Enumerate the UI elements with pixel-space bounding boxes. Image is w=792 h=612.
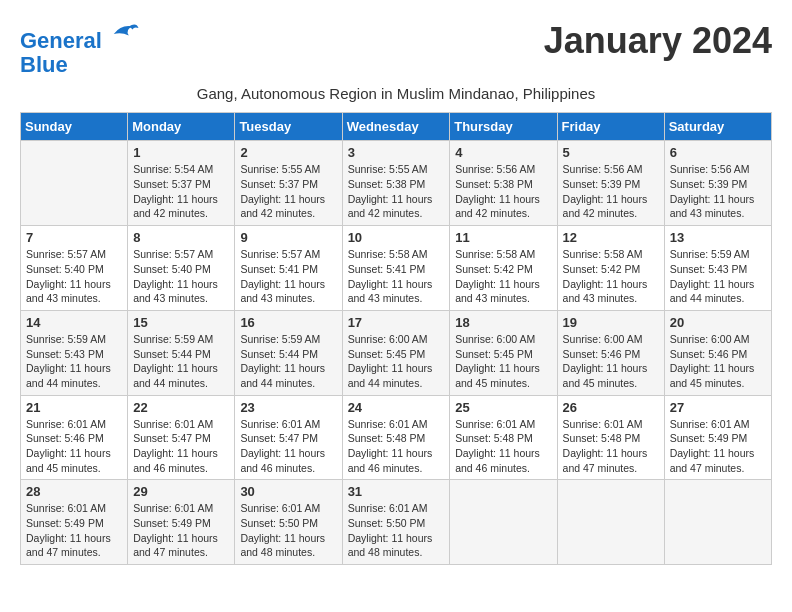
day-number: 8 <box>133 230 229 245</box>
header-row: SundayMondayTuesdayWednesdayThursdayFrid… <box>21 113 772 141</box>
calendar-cell <box>557 480 664 565</box>
day-info: Sunrise: 5:59 AMSunset: 5:44 PMDaylight:… <box>133 332 229 391</box>
day-info: Sunrise: 5:58 AMSunset: 5:42 PMDaylight:… <box>455 247 551 306</box>
day-number: 18 <box>455 315 551 330</box>
calendar-cell: 19Sunrise: 6:00 AMSunset: 5:46 PMDayligh… <box>557 310 664 395</box>
day-info: Sunrise: 5:58 AMSunset: 5:42 PMDaylight:… <box>563 247 659 306</box>
day-info: Sunrise: 6:00 AMSunset: 5:45 PMDaylight:… <box>455 332 551 391</box>
day-number: 7 <box>26 230 122 245</box>
day-header-monday: Monday <box>128 113 235 141</box>
day-number: 28 <box>26 484 122 499</box>
calendar-cell: 3Sunrise: 5:55 AMSunset: 5:38 PMDaylight… <box>342 141 450 226</box>
calendar-cell: 29Sunrise: 6:01 AMSunset: 5:49 PMDayligh… <box>128 480 235 565</box>
calendar-cell: 7Sunrise: 5:57 AMSunset: 5:40 PMDaylight… <box>21 226 128 311</box>
day-number: 17 <box>348 315 445 330</box>
logo-general: General <box>20 28 102 53</box>
day-info: Sunrise: 6:01 AMSunset: 5:47 PMDaylight:… <box>133 417 229 476</box>
calendar-cell: 25Sunrise: 6:01 AMSunset: 5:48 PMDayligh… <box>450 395 557 480</box>
day-info: Sunrise: 5:55 AMSunset: 5:37 PMDaylight:… <box>240 162 336 221</box>
calendar-cell: 28Sunrise: 6:01 AMSunset: 5:49 PMDayligh… <box>21 480 128 565</box>
day-header-wednesday: Wednesday <box>342 113 450 141</box>
logo-blue: Blue <box>20 52 68 77</box>
calendar-cell: 26Sunrise: 6:01 AMSunset: 5:48 PMDayligh… <box>557 395 664 480</box>
calendar-cell: 18Sunrise: 6:00 AMSunset: 5:45 PMDayligh… <box>450 310 557 395</box>
day-number: 22 <box>133 400 229 415</box>
day-info: Sunrise: 6:00 AMSunset: 5:45 PMDaylight:… <box>348 332 445 391</box>
calendar-cell: 12Sunrise: 5:58 AMSunset: 5:42 PMDayligh… <box>557 226 664 311</box>
day-info: Sunrise: 6:01 AMSunset: 5:50 PMDaylight:… <box>348 501 445 560</box>
calendar-cell: 5Sunrise: 5:56 AMSunset: 5:39 PMDaylight… <box>557 141 664 226</box>
day-header-thursday: Thursday <box>450 113 557 141</box>
calendar-week-4: 21Sunrise: 6:01 AMSunset: 5:46 PMDayligh… <box>21 395 772 480</box>
calendar-cell: 14Sunrise: 5:59 AMSunset: 5:43 PMDayligh… <box>21 310 128 395</box>
day-number: 19 <box>563 315 659 330</box>
calendar-cell: 4Sunrise: 5:56 AMSunset: 5:38 PMDaylight… <box>450 141 557 226</box>
day-info: Sunrise: 6:01 AMSunset: 5:49 PMDaylight:… <box>133 501 229 560</box>
day-info: Sunrise: 5:56 AMSunset: 5:39 PMDaylight:… <box>563 162 659 221</box>
calendar-cell: 8Sunrise: 5:57 AMSunset: 5:40 PMDaylight… <box>128 226 235 311</box>
day-number: 21 <box>26 400 122 415</box>
day-info: Sunrise: 5:56 AMSunset: 5:39 PMDaylight:… <box>670 162 766 221</box>
calendar-cell: 2Sunrise: 5:55 AMSunset: 5:37 PMDaylight… <box>235 141 342 226</box>
day-number: 31 <box>348 484 445 499</box>
calendar-cell: 9Sunrise: 5:57 AMSunset: 5:41 PMDaylight… <box>235 226 342 311</box>
day-info: Sunrise: 5:56 AMSunset: 5:38 PMDaylight:… <box>455 162 551 221</box>
day-number: 5 <box>563 145 659 160</box>
day-info: Sunrise: 5:57 AMSunset: 5:41 PMDaylight:… <box>240 247 336 306</box>
calendar-cell: 23Sunrise: 6:01 AMSunset: 5:47 PMDayligh… <box>235 395 342 480</box>
calendar-cell: 1Sunrise: 5:54 AMSunset: 5:37 PMDaylight… <box>128 141 235 226</box>
day-info: Sunrise: 6:00 AMSunset: 5:46 PMDaylight:… <box>670 332 766 391</box>
logo: General Blue <box>20 20 140 77</box>
day-number: 20 <box>670 315 766 330</box>
calendar-cell: 6Sunrise: 5:56 AMSunset: 5:39 PMDaylight… <box>664 141 771 226</box>
calendar-subtitle: Gang, Autonomous Region in Muslim Mindan… <box>20 85 772 102</box>
day-number: 1 <box>133 145 229 160</box>
day-info: Sunrise: 5:59 AMSunset: 5:44 PMDaylight:… <box>240 332 336 391</box>
day-number: 13 <box>670 230 766 245</box>
calendar-cell: 27Sunrise: 6:01 AMSunset: 5:49 PMDayligh… <box>664 395 771 480</box>
day-number: 27 <box>670 400 766 415</box>
day-info: Sunrise: 6:01 AMSunset: 5:50 PMDaylight:… <box>240 501 336 560</box>
day-info: Sunrise: 6:01 AMSunset: 5:47 PMDaylight:… <box>240 417 336 476</box>
day-number: 2 <box>240 145 336 160</box>
day-number: 26 <box>563 400 659 415</box>
logo-bird-icon <box>110 20 140 48</box>
day-number: 30 <box>240 484 336 499</box>
calendar-week-2: 7Sunrise: 5:57 AMSunset: 5:40 PMDaylight… <box>21 226 772 311</box>
day-info: Sunrise: 6:00 AMSunset: 5:46 PMDaylight:… <box>563 332 659 391</box>
day-number: 29 <box>133 484 229 499</box>
day-info: Sunrise: 6:01 AMSunset: 5:49 PMDaylight:… <box>26 501 122 560</box>
calendar-cell: 11Sunrise: 5:58 AMSunset: 5:42 PMDayligh… <box>450 226 557 311</box>
calendar-cell: 24Sunrise: 6:01 AMSunset: 5:48 PMDayligh… <box>342 395 450 480</box>
day-number: 6 <box>670 145 766 160</box>
day-number: 11 <box>455 230 551 245</box>
day-info: Sunrise: 5:57 AMSunset: 5:40 PMDaylight:… <box>133 247 229 306</box>
day-number: 12 <box>563 230 659 245</box>
day-info: Sunrise: 6:01 AMSunset: 5:49 PMDaylight:… <box>670 417 766 476</box>
day-info: Sunrise: 5:57 AMSunset: 5:40 PMDaylight:… <box>26 247 122 306</box>
day-info: Sunrise: 5:59 AMSunset: 5:43 PMDaylight:… <box>26 332 122 391</box>
month-title: January 2024 <box>544 20 772 62</box>
calendar-cell: 17Sunrise: 6:00 AMSunset: 5:45 PMDayligh… <box>342 310 450 395</box>
calendar-cell: 30Sunrise: 6:01 AMSunset: 5:50 PMDayligh… <box>235 480 342 565</box>
day-number: 15 <box>133 315 229 330</box>
calendar-week-5: 28Sunrise: 6:01 AMSunset: 5:49 PMDayligh… <box>21 480 772 565</box>
calendar-cell <box>664 480 771 565</box>
day-header-saturday: Saturday <box>664 113 771 141</box>
day-info: Sunrise: 5:59 AMSunset: 5:43 PMDaylight:… <box>670 247 766 306</box>
day-info: Sunrise: 5:58 AMSunset: 5:41 PMDaylight:… <box>348 247 445 306</box>
day-info: Sunrise: 6:01 AMSunset: 5:48 PMDaylight:… <box>348 417 445 476</box>
day-header-tuesday: Tuesday <box>235 113 342 141</box>
calendar-table: SundayMondayTuesdayWednesdayThursdayFrid… <box>20 112 772 565</box>
calendar-cell: 22Sunrise: 6:01 AMSunset: 5:47 PMDayligh… <box>128 395 235 480</box>
day-number: 10 <box>348 230 445 245</box>
day-number: 16 <box>240 315 336 330</box>
calendar-cell: 15Sunrise: 5:59 AMSunset: 5:44 PMDayligh… <box>128 310 235 395</box>
calendar-cell: 21Sunrise: 6:01 AMSunset: 5:46 PMDayligh… <box>21 395 128 480</box>
day-number: 25 <box>455 400 551 415</box>
calendar-cell: 16Sunrise: 5:59 AMSunset: 5:44 PMDayligh… <box>235 310 342 395</box>
day-info: Sunrise: 6:01 AMSunset: 5:48 PMDaylight:… <box>455 417 551 476</box>
day-number: 23 <box>240 400 336 415</box>
calendar-cell <box>450 480 557 565</box>
day-number: 14 <box>26 315 122 330</box>
